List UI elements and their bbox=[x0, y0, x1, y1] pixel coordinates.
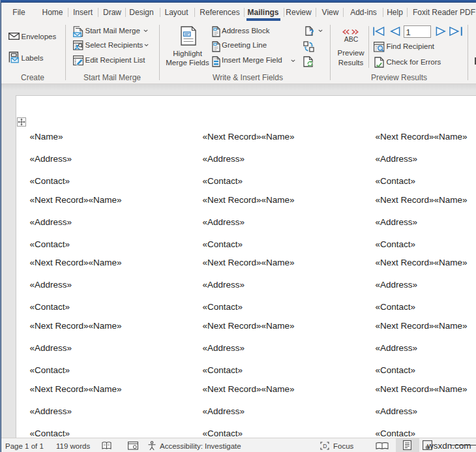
svg-text:D: D bbox=[323, 443, 327, 449]
svg-text:?: ? bbox=[309, 27, 314, 37]
